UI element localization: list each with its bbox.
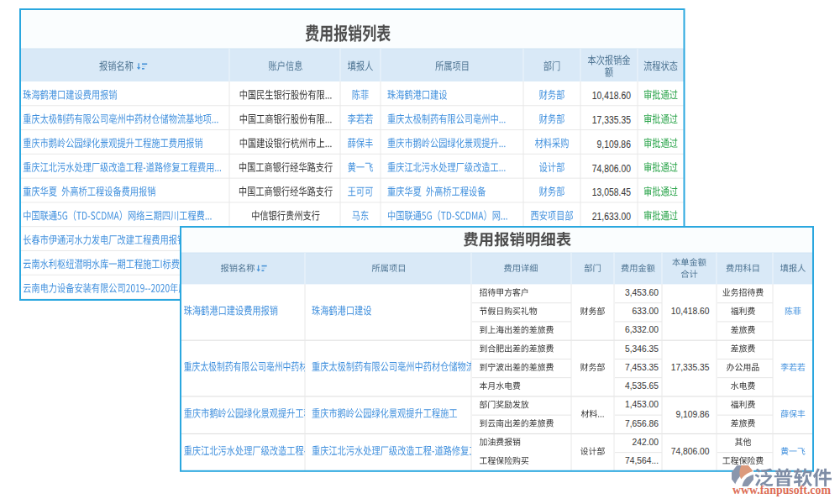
- svg-text:74,564...: 74,564...: [625, 456, 659, 465]
- svg-text:74,806.00: 74,806.00: [671, 447, 710, 456]
- svg-text:1,453.00: 1,453.00: [625, 400, 659, 409]
- svg-text:21,633.00: 21,633.00: [592, 210, 631, 223]
- svg-text:17,335.35: 17,335.35: [592, 113, 631, 127]
- svg-text:7,453.35: 7,453.35: [625, 363, 659, 372]
- svg-text:10,418.60: 10,418.60: [592, 89, 631, 102]
- svg-text:17,335.35: 17,335.35: [671, 363, 710, 372]
- svg-text:10,418.60: 10,418.60: [671, 307, 710, 316]
- svg-text:74,806.00: 74,806.00: [592, 161, 631, 175]
- svg-text:9,109.86: 9,109.86: [675, 410, 709, 419]
- svg-text:6,332.00: 6,332.00: [625, 325, 659, 334]
- svg-text:4,535.65: 4,535.65: [625, 381, 659, 391]
- svg-text:13,058.45: 13,058.45: [592, 186, 631, 199]
- svg-text:9,109.86: 9,109.86: [597, 138, 632, 151]
- svg-text:www.fanpusoft.com: www.fanpusoft.com: [732, 483, 831, 496]
- svg-text:5,346.35: 5,346.35: [625, 344, 659, 354]
- svg-text:242.00: 242.00: [633, 438, 659, 447]
- svg-text:7,656.86: 7,656.86: [625, 419, 659, 428]
- svg-text:3,453.60: 3,453.60: [625, 288, 659, 297]
- svg-text:633.00: 633.00: [633, 307, 659, 316]
